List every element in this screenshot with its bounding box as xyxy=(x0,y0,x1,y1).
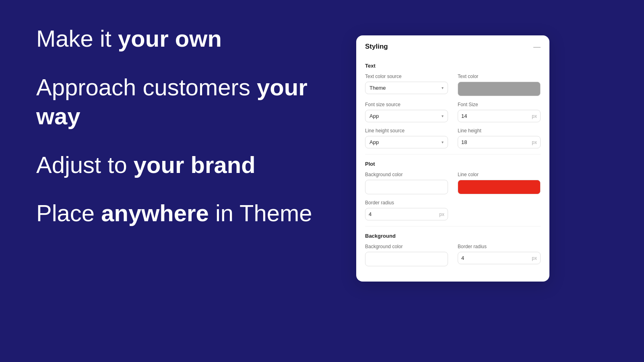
plot-line-color-swatch[interactable] xyxy=(458,180,541,194)
bg-color-label: Background color xyxy=(365,244,448,249)
line-height-input[interactable] xyxy=(458,136,532,148)
bg-border-radius-label: Border radius xyxy=(458,244,541,249)
chevron-down-icon: ▾ xyxy=(442,140,444,144)
panel-title: Styling xyxy=(365,43,388,51)
font-size-input[interactable] xyxy=(458,110,532,122)
line-height-row: Line height source App ▾ Line height px xyxy=(365,128,541,148)
line-height-source-dropdown[interactable]: App ▾ xyxy=(365,136,448,148)
font-size-source-dropdown[interactable]: App ▾ xyxy=(365,110,448,122)
chevron-down-icon: ▾ xyxy=(442,114,444,118)
bg-border-radius-group: Border radius px xyxy=(458,244,541,266)
hero-line-4-bold: anywhere xyxy=(101,200,209,226)
font-size-source-value: App xyxy=(369,113,379,119)
line-height-unit: px xyxy=(532,137,540,148)
hero-line-4: Place anywhere in Theme xyxy=(36,199,350,228)
hero-line-1-bold: your own xyxy=(118,25,222,51)
plot-border-radius-input-group[interactable]: px xyxy=(365,208,448,220)
line-height-source-group: Line height source App ▾ xyxy=(365,128,448,148)
text-section-label: Text xyxy=(365,63,541,69)
plot-bg-color-swatch[interactable] xyxy=(365,180,448,194)
bg-border-radius-unit: px xyxy=(532,253,540,264)
line-height-group: Line height px xyxy=(458,128,541,148)
plot-border-radius-input[interactable] xyxy=(365,208,439,220)
plot-bg-color-group: Background color xyxy=(365,172,448,194)
chevron-down-icon: ▾ xyxy=(442,86,444,90)
line-height-source-value: App xyxy=(369,139,379,145)
section-divider-1 xyxy=(365,154,541,154)
text-color-source-group: Text color source Theme ▾ xyxy=(365,74,448,96)
hero-line-1: Make it your own xyxy=(36,24,350,53)
line-height-label: Line height xyxy=(458,128,541,134)
plot-section-label: Plot xyxy=(365,161,541,167)
plot-spacer xyxy=(458,200,541,220)
hero-line-1-normal: Make it xyxy=(36,25,118,51)
hero-text: Make it your own Approach customers your… xyxy=(36,24,350,247)
font-size-source-label: Font size source xyxy=(365,102,448,107)
plot-border-radius-label: Border radius xyxy=(365,200,448,206)
hero-line-4-normal2: in Theme xyxy=(209,200,312,226)
text-color-source-label: Text color source xyxy=(365,74,448,79)
text-color-label: Text color xyxy=(458,74,541,79)
panel-header: Styling — xyxy=(356,35,549,56)
text-color-swatch[interactable] xyxy=(458,82,541,96)
bg-border-radius-input[interactable] xyxy=(458,252,532,264)
text-color-row: Text color source Theme ▾ Text color xyxy=(365,74,541,96)
text-color-source-value: Theme xyxy=(369,85,386,91)
plot-border-row: Border radius px xyxy=(365,200,541,220)
font-size-row: Font size source App ▾ Font Size px xyxy=(365,102,541,122)
close-button[interactable]: — xyxy=(533,43,541,50)
line-height-source-label: Line height source xyxy=(365,128,448,134)
text-color-source-dropdown[interactable]: Theme ▾ xyxy=(365,82,448,94)
text-color-group: Text color xyxy=(458,74,541,96)
font-size-unit: px xyxy=(532,111,540,122)
plot-line-color-group: Line color xyxy=(458,172,541,194)
hero-line-2-normal: Approach customers xyxy=(36,74,257,100)
section-divider-2 xyxy=(365,226,541,226)
font-size-label: Font Size xyxy=(458,102,541,107)
plot-line-color-label: Line color xyxy=(458,172,541,177)
plot-border-radius-unit: px xyxy=(439,209,448,220)
background-section-label: Background xyxy=(365,233,541,239)
plot-bg-color-label: Background color xyxy=(365,172,448,177)
styling-panel: Styling — Text Text color source Theme ▾… xyxy=(356,35,549,282)
font-size-input-group[interactable]: px xyxy=(458,110,541,122)
hero-line-3: Adjust to your brand xyxy=(36,150,350,180)
hero-line-3-normal: Adjust to xyxy=(36,152,134,178)
font-size-source-group: Font size source App ▾ xyxy=(365,102,448,122)
bg-color-swatch[interactable] xyxy=(365,252,448,266)
hero-line-4-normal: Place xyxy=(36,200,101,226)
hero-line-2: Approach customers your way xyxy=(36,73,350,131)
plot-color-row: Background color Line color xyxy=(365,172,541,194)
bg-color-group: Background color xyxy=(365,244,448,266)
font-size-group: Font Size px xyxy=(458,102,541,122)
bg-border-radius-input-group[interactable]: px xyxy=(458,252,541,264)
panel-body: Text Text color source Theme ▾ Text colo… xyxy=(356,63,549,266)
line-height-input-group[interactable]: px xyxy=(458,136,541,148)
hero-line-3-bold: your brand xyxy=(134,152,256,178)
background-row: Background color Border radius px xyxy=(365,244,541,266)
plot-border-radius-group: Border radius px xyxy=(365,200,448,220)
